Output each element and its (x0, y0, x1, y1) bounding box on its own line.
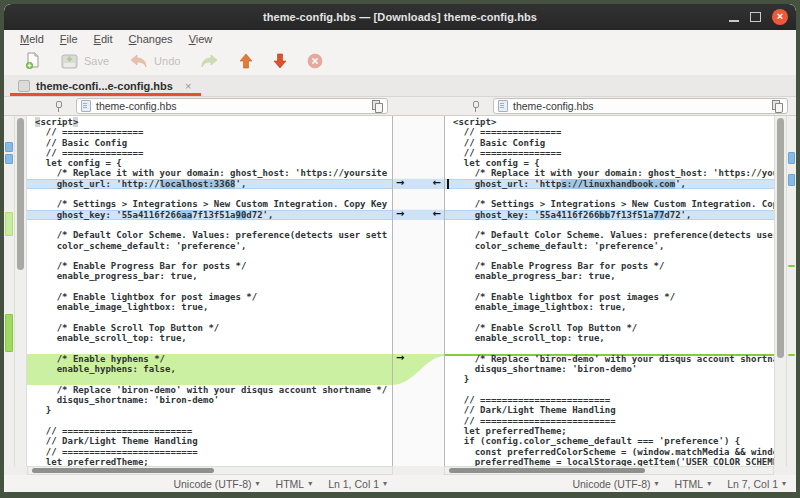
left-cursor-position[interactable]: Ln 1, Col 1 ▾ (328, 478, 387, 490)
code-line[interactable] (27, 374, 392, 384)
tab-theme-config[interactable]: theme-confi...e-config.hbs × (10, 76, 201, 96)
code-line[interactable] (453, 251, 774, 261)
code-line[interactable]: // ========================= (35, 447, 392, 457)
code-line[interactable]: /* Enable Progress Bar for posts */ (35, 261, 392, 271)
left-horizontal-scrollbar[interactable] (27, 466, 393, 475)
menu-item-changes[interactable]: Changes (121, 33, 181, 45)
diff-map-mark[interactable] (788, 265, 795, 267)
left-vertical-scrollbar[interactable] (14, 116, 27, 466)
right-vertical-scrollbar-thumb[interactable] (777, 118, 784, 358)
close-icon[interactable]: × (772, 9, 788, 25)
code-line[interactable]: /* Replace 'biron-demo' with your disqus… (35, 385, 392, 395)
left-editor-pane[interactable]: <script> // =============== // Basic Con… (27, 116, 393, 466)
code-line[interactable] (35, 313, 392, 323)
code-line[interactable] (453, 385, 774, 395)
code-line[interactable]: /* Enable lightbox for post images */ (35, 292, 392, 302)
right-copy-icon[interactable] (772, 100, 783, 112)
code-line[interactable]: // Basic Config (453, 138, 774, 148)
right-encoding-selector[interactable]: Unicode (UTF-8) ▾ (572, 478, 658, 490)
code-line[interactable]: /* Settings > Integrations > New Custom … (453, 199, 774, 209)
code-line[interactable]: } (35, 405, 392, 415)
code-line[interactable]: // =============== (35, 127, 392, 137)
code-line[interactable]: /* Settings > Integrations > New Custom … (35, 199, 392, 209)
save-button[interactable]: Save (54, 52, 116, 71)
code-line[interactable]: /* Enable hyphens */ (27, 354, 392, 364)
code-line[interactable]: ghost_url: 'https://linuxhandbook.com', (445, 179, 774, 189)
diff-map-mark[interactable] (788, 354, 795, 356)
code-line[interactable]: enable_progress_bar: true, (453, 271, 774, 281)
stop-button[interactable] (300, 51, 330, 71)
left-syntax-selector[interactable]: HTML ▾ (276, 478, 313, 490)
diff-map-mark[interactable] (5, 142, 13, 152)
menu-item-file[interactable]: File (52, 33, 86, 45)
titlebar[interactable]: theme-config.hbs — [Downloads] theme-con… (4, 4, 796, 30)
code-line[interactable]: const preferredColorScheme = (window.mat… (453, 447, 774, 457)
code-line[interactable]: /* Replace 'biron-demo' with your disqus… (445, 354, 774, 364)
code-line[interactable] (35, 251, 392, 261)
code-line[interactable]: // =============== (453, 148, 774, 158)
code-line[interactable]: enable_image_lightbox: true, (453, 302, 774, 312)
code-line[interactable]: /* Enable Scroll Top Button */ (453, 323, 774, 333)
diff-map-mark[interactable] (788, 152, 795, 164)
code-line[interactable]: // ======================== (35, 426, 392, 436)
code-line[interactable]: /* Replace it with your domain: ghost_ho… (35, 168, 392, 178)
previous-change-button[interactable] (232, 51, 260, 71)
left-copy-icon[interactable] (372, 100, 383, 112)
code-line[interactable]: ghost_key: '55a4116f266bb7f13f51a77d72', (445, 210, 774, 220)
undo-button[interactable]: Undo (122, 52, 187, 70)
code-line[interactable]: // Basic Config (35, 138, 392, 148)
code-line[interactable] (453, 189, 774, 199)
diff-map-mark[interactable] (788, 174, 795, 186)
code-line[interactable]: /* Enable Progress Bar for posts */ (453, 261, 774, 271)
code-line[interactable] (35, 189, 392, 199)
menu-item-edit[interactable]: Edit (86, 33, 121, 45)
code-line[interactable] (35, 220, 392, 230)
menu-item-view[interactable]: View (181, 33, 221, 45)
code-line[interactable]: disqus_shortname: 'biron-demo' (453, 364, 774, 374)
right-editor-pane[interactable]: <script> // =============== // Basic Con… (444, 116, 774, 466)
minimize-icon[interactable] (729, 20, 739, 22)
code-line[interactable]: /* Default Color Scheme. Values: prefere… (453, 230, 774, 240)
code-line[interactable]: <script> (453, 117, 774, 127)
code-line[interactable] (453, 282, 774, 292)
code-line[interactable]: /* Enable lightbox for post images */ (453, 292, 774, 302)
right-horizontal-scrollbar-thumb[interactable] (449, 468, 645, 473)
menu-item-meld[interactable]: Meld (12, 33, 52, 45)
code-line[interactable]: enable_scroll_top: true, (453, 333, 774, 343)
code-line[interactable] (453, 344, 774, 354)
code-line[interactable]: disqus_shortname: 'biron-demo' (35, 395, 392, 405)
right-pin-icon[interactable] (471, 100, 479, 112)
diff-map-mark[interactable] (5, 154, 13, 164)
left-horizontal-scrollbar-thumb[interactable] (32, 468, 214, 473)
push-change-right-arrow[interactable]: → (396, 209, 404, 219)
code-line[interactable]: // ======================== (453, 395, 774, 405)
redo-button[interactable] (193, 52, 226, 70)
code-line[interactable]: // =============== (35, 148, 392, 158)
maximize-icon[interactable] (750, 12, 761, 22)
next-change-button[interactable] (266, 51, 294, 71)
right-vertical-scrollbar[interactable] (774, 116, 787, 466)
code-line[interactable]: /* Replace it with your domain: ghost_ho… (453, 168, 774, 178)
code-line[interactable]: enable_scroll_top: true, (35, 333, 392, 343)
left-vertical-scrollbar-thumb[interactable] (17, 118, 24, 270)
left-file-button[interactable]: theme-config.hbs (76, 98, 388, 114)
push-change-right-arrow[interactable]: → (396, 178, 404, 188)
right-diff-map[interactable] (787, 116, 796, 466)
left-encoding-selector[interactable]: Unicode (UTF-8) ▾ (173, 478, 259, 490)
right-cursor-position[interactable]: Ln 7, Col 1 ▾ (727, 478, 786, 490)
code-line[interactable]: let preferredTheme; (35, 457, 392, 466)
code-line[interactable]: } (453, 374, 774, 384)
code-line[interactable]: if (config.color_scheme_default === 'pre… (453, 436, 774, 446)
code-line[interactable] (35, 282, 392, 292)
left-pin-icon[interactable] (54, 100, 62, 112)
code-line[interactable]: color_scheme_default: 'preference', (453, 241, 774, 251)
code-line[interactable]: <script> (35, 117, 392, 127)
left-diff-map[interactable] (4, 116, 14, 466)
code-line[interactable]: let config = { (35, 158, 392, 168)
code-line[interactable]: let preferredTheme; (453, 426, 774, 436)
code-line[interactable]: color_scheme_default: 'preference', (35, 241, 392, 251)
code-line[interactable]: enable_image_lightbox: true, (35, 302, 392, 312)
diff-map-mark[interactable] (5, 314, 13, 352)
code-line[interactable]: ghost_key: '55a4116f266aa7f13f51a90d72', (27, 210, 392, 220)
code-line[interactable] (35, 344, 392, 354)
